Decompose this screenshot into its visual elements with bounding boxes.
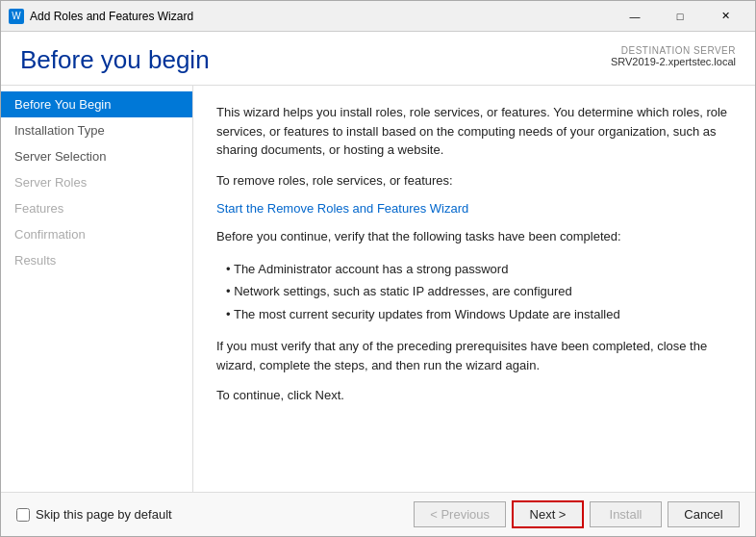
- bullet-item-1: The Administrator account has a strong p…: [226, 258, 732, 281]
- server-name: SRV2019-2.xpertstec.local: [611, 56, 736, 67]
- skip-page-checkbox-label[interactable]: Skip this page by default: [16, 507, 172, 522]
- window-title: Add Roles and Features Wizard: [30, 10, 613, 23]
- maximize-button[interactable]: □: [658, 1, 702, 32]
- wizard-header: Before you begin DESTINATION SERVER SRV2…: [1, 32, 755, 86]
- cancel-button[interactable]: Cancel: [668, 501, 740, 527]
- content-para5: To continue, click Next.: [216, 386, 732, 405]
- prerequisites-list: The Administrator account has a strong p…: [226, 258, 732, 326]
- bullet-item-3: The most current security updates from W…: [226, 303, 732, 326]
- destination-label: DESTINATION SERVER: [611, 45, 736, 56]
- content-para3: Before you continue, verify that the fol…: [216, 227, 732, 246]
- app-icon: W: [9, 9, 24, 24]
- footer-buttons: < Previous Next > Install Cancel: [414, 500, 740, 528]
- skip-page-label: Skip this page by default: [36, 507, 172, 522]
- content-para4: If you must verify that any of the prece…: [216, 337, 732, 374]
- sidebar: Before You Begin Installation Type Serve…: [1, 86, 193, 492]
- sidebar-item-confirmation: Confirmation: [1, 221, 192, 247]
- sidebar-item-results: Results: [1, 247, 192, 273]
- content-para1: This wizard helps you install roles, rol…: [216, 103, 732, 160]
- footer-left: Skip this page by default: [16, 507, 172, 522]
- sidebar-item-features: Features: [1, 195, 192, 221]
- window-controls: — □ ✕: [613, 1, 747, 32]
- destination-server-info: DESTINATION SERVER SRV2019-2.xpertstec.l…: [611, 45, 736, 67]
- sidebar-item-before-you-begin[interactable]: Before You Begin: [1, 91, 192, 117]
- sidebar-item-installation-type[interactable]: Installation Type: [1, 117, 192, 143]
- wizard-footer: Skip this page by default < Previous Nex…: [1, 492, 755, 536]
- next-button[interactable]: Next >: [512, 500, 584, 528]
- title-bar: W Add Roles and Features Wizard — □ ✕: [1, 1, 755, 32]
- skip-page-checkbox[interactable]: [16, 508, 30, 522]
- close-button[interactable]: ✕: [703, 1, 747, 32]
- wizard-window: W Add Roles and Features Wizard — □ ✕ Be…: [0, 0, 756, 537]
- install-button[interactable]: Install: [590, 501, 662, 527]
- sidebar-item-server-selection[interactable]: Server Selection: [1, 143, 192, 169]
- sidebar-item-server-roles: Server Roles: [1, 169, 192, 195]
- minimize-button[interactable]: —: [613, 1, 657, 32]
- bullet-item-2: Network settings, such as static IP addr…: [226, 280, 732, 303]
- wizard-body: Before You Begin Installation Type Serve…: [1, 86, 755, 492]
- remove-roles-link[interactable]: Start the Remove Roles and Features Wiza…: [216, 201, 468, 216]
- previous-button[interactable]: < Previous: [414, 501, 506, 527]
- content-para2: To remove roles, role services, or featu…: [216, 171, 732, 191]
- content-area: This wizard helps you install roles, rol…: [193, 86, 755, 492]
- page-title: Before you begin: [20, 45, 210, 75]
